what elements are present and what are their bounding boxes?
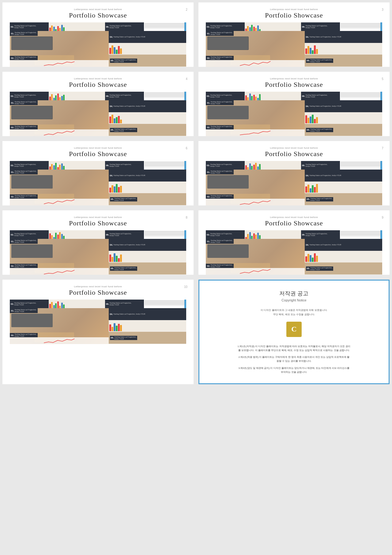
page-subtitle-2: Letterpress next level trust fund before: [270, 8, 318, 11]
page-card-3: 4 Letterpress next level trust fund befo…: [2, 72, 194, 136]
page-card-7: 8 Letterpress next level trust fund befo…: [2, 210, 194, 275]
page-card-1: 2 Letterpress next level trust fund befo…: [2, 2, 194, 67]
page-subtitle-3: Letterpress next level trust fund before: [74, 77, 122, 80]
page-number-5: 6: [186, 147, 187, 150]
page-card-9: 10 Letterpress next level trust fund bef…: [2, 280, 194, 384]
page-number-3: 4: [186, 77, 187, 81]
copyright-subtitle: Copyright Notice: [281, 298, 306, 302]
page-title-5: Portfolio Showcase: [69, 150, 127, 158]
slide-preview-5: 03. Hashtag Nation auf Fragtechnic,linoi…: [10, 161, 186, 205]
page-title-3: Portfolio Showcase: [69, 81, 127, 89]
page-title-1: Portfolio Showcase: [69, 11, 127, 19]
copyright-section-3: 3.제3조(양도 및 재판매 금지) 이 디자인 플레이트는 양도하거나 재판매…: [237, 366, 351, 374]
page-subtitle-8: Letterpress next level trust fund before: [270, 216, 318, 219]
slide-preview-9: 03. Hashtag Nation auf Fragtechnic,linoi…: [10, 300, 186, 344]
page-subtitle-6: Letterpress next level trust fund before: [270, 147, 318, 149]
page-number-6: 7: [382, 147, 383, 150]
page-card-6: 7 Letterpress next level trust fund befo…: [198, 141, 390, 205]
slide-preview-8: 03. Hashtag Nation auf Fragtechnic,linoi…: [206, 230, 382, 275]
page-card-4: 5 Letterpress next level trust fund befo…: [198, 72, 390, 136]
slide-preview-7: 03. Hashtag Nation auf Fragtechnic,linoi…: [10, 230, 186, 275]
page-card-8: 9 Letterpress next level trust fund befo…: [198, 210, 390, 275]
page-number-1: 2: [186, 8, 187, 11]
copyright-body-intro: 이 디자인 플레이트와 그 내용은 저작권법에 의해 보호됩니다. 무단 복제,…: [261, 308, 327, 317]
page-subtitle-4: Letterpress next level trust fund before: [270, 77, 318, 80]
page-subtitle-1: Letterpress next level trust fund before: [74, 8, 122, 11]
page-card-2: 3 Letterpress next level trust fund befo…: [198, 2, 390, 67]
page-title-8: Portfolio Showcase: [265, 219, 323, 227]
page-number-2: 3: [382, 8, 383, 11]
slide-preview-1: 03. Hashtag Nation auf Fragtechnic,linoi…: [10, 22, 186, 67]
page-title-9: Portfolio Showcase: [69, 289, 127, 297]
page-subtitle-5: Letterpress next level trust fund before: [74, 147, 122, 149]
slide-preview-3: 03. Hashtag Nation auf Fragtechnic,linoi…: [10, 92, 186, 136]
page-title-7: Portfolio Showcase: [69, 219, 127, 227]
page-title-2: Portfolio Showcase: [265, 11, 323, 19]
copyright-title: 저작권 공고: [279, 290, 308, 297]
slide-preview-6: 03. Hashtag Nation auf Fragtechnic,linoi…: [206, 161, 382, 205]
copyright-section-1: 1.제1조(저작권) 이 디자인 플레이트는 저작권법에 따라 보호되는 저작물…: [237, 345, 351, 353]
slide-preview-2: 03. Hashtag Nation auf Fragtechnic,linoi…: [206, 22, 382, 67]
page-card-5: 6 Letterpress next level trust fund befo…: [2, 141, 194, 205]
page-number-8: 9: [382, 216, 383, 219]
page-number-4: 5: [382, 77, 383, 81]
page-subtitle-7: Letterpress next level trust fund before: [74, 216, 122, 219]
page-title-4: Portfolio Showcase: [265, 81, 323, 89]
page-title-6: Portfolio Showcase: [265, 150, 323, 158]
page-grid: 2 Letterpress next level trust fund befo…: [0, 0, 392, 387]
copyright-logo: C: [286, 322, 302, 337]
slide-preview-4: 03. Hashtag Nation auf Fragtechnic,linoi…: [206, 92, 382, 136]
page-subtitle-9: Letterpress next level trust fund before: [74, 285, 122, 288]
page-number-7: 8: [186, 216, 187, 219]
page-number-9: 10: [184, 285, 187, 289]
copyright-page: 저작권 공고 Copyright Notice 이 디자인 플레이트와 그 내용…: [198, 280, 390, 384]
copyright-section-2: 2.제2조(허용 범위) 이 플레이트는 구매자에게 한 명의 최종 사용자로서…: [237, 355, 351, 363]
